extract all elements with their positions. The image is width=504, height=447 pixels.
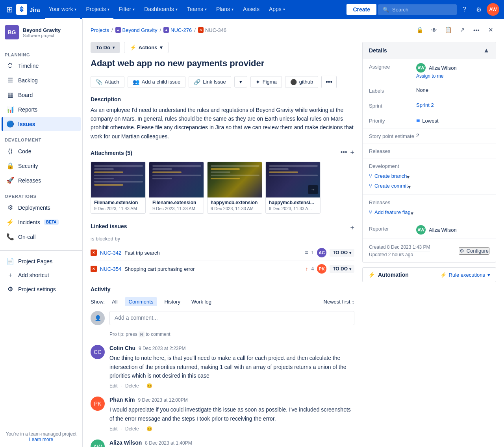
apps-grid-icon[interactable]: ⊞: [5, 3, 15, 16]
linked-status-1[interactable]: TO DO ▾: [330, 249, 354, 257]
github-button[interactable]: ⚫ github: [285, 76, 318, 88]
sidebar-item-project-pages[interactable]: 📄 Project Pages: [2, 254, 81, 268]
nav-dashboards[interactable]: Dashboards ▾: [140, 0, 182, 19]
figma-button[interactable]: ✦ Figma: [250, 76, 282, 88]
sidebar-item-releases[interactable]: 🚀 Releases: [2, 173, 81, 187]
details-panel: Details ▲ Assignee AW Aliza Wilson Assig…: [362, 42, 496, 263]
react-comment-2[interactable]: 😊: [146, 426, 152, 432]
lock-icon[interactable]: 🔒: [414, 24, 425, 35]
configure-button[interactable]: ⚙ Configure: [459, 247, 489, 255]
sidebar-item-project-settings[interactable]: ⚙ Project settings: [2, 282, 81, 296]
copy-icon[interactable]: 📋: [443, 24, 454, 35]
next-attachment-icon[interactable]: →: [308, 185, 318, 194]
expand-commit-icon[interactable]: ▾: [408, 184, 411, 190]
attachment-1[interactable]: Filename.extension 9 Dec 2023, 11:43 AM: [91, 162, 146, 214]
filter-worklog[interactable]: Work log: [187, 297, 215, 306]
filter-all[interactable]: All: [108, 297, 121, 306]
sprint-link[interactable]: Sprint 2: [416, 102, 434, 108]
nav-teams[interactable]: Teams ▾: [183, 0, 211, 19]
sidebar-item-timeline[interactable]: ⏱ Timeline: [2, 59, 81, 73]
sidebar-item-code[interactable]: ⟨⟩ Code: [2, 144, 81, 158]
project-settings-icon: ⚙: [6, 285, 14, 293]
user-avatar[interactable]: AW: [487, 3, 499, 16]
linked-issue-key-2[interactable]: NUC-354: [100, 266, 121, 272]
sidebar-item-deployments[interactable]: ⚙ Deployments: [2, 201, 81, 214]
sidebar-item-backlog[interactable]: ☰ Backlog: [2, 73, 81, 87]
github-icon: ⚫: [290, 79, 297, 85]
actions-button[interactable]: ⚡ Actions ▾: [124, 42, 169, 53]
labels-value[interactable]: None: [416, 87, 489, 93]
sidebar-item-board[interactable]: ▦ Board: [2, 88, 81, 102]
collapse-details-icon[interactable]: ▲: [483, 47, 489, 54]
nav-plans[interactable]: Plans ▾: [212, 0, 237, 19]
attachment-name-1: Filename.extension: [94, 200, 142, 205]
nav-assets[interactable]: Assets: [239, 0, 263, 19]
add-feature-flag-link[interactable]: ⑂ Add feature flag: [369, 209, 411, 215]
expand-flag-icon[interactable]: ▾: [411, 210, 413, 216]
learn-more-link[interactable]: Learn more: [29, 437, 53, 442]
status-button[interactable]: To Do ▾: [91, 42, 120, 53]
attachments-more-icon[interactable]: •••: [341, 149, 347, 157]
more-actions-button[interactable]: •••: [321, 76, 337, 88]
comment-input[interactable]: Add a comment...: [109, 311, 354, 325]
comment-avatar-3: AW: [91, 440, 105, 447]
expand-branch-icon[interactable]: ▾: [407, 174, 410, 180]
delete-comment-2[interactable]: Delete: [125, 426, 139, 432]
link-issue-button[interactable]: 🔗 Link Issue: [189, 76, 231, 88]
delete-comment-1[interactable]: Delete: [125, 383, 139, 389]
attach-button[interactable]: 📎 Attach: [91, 76, 124, 88]
sidebar-item-add-shortcut[interactable]: + Add shortcut: [2, 268, 81, 282]
sidebar-item-security[interactable]: 🔒 Security: [2, 159, 81, 173]
more-actions-expand[interactable]: ▾: [234, 76, 247, 88]
nav-filter[interactable]: Filter ▾: [115, 0, 139, 19]
filter-history[interactable]: History: [160, 297, 184, 306]
watch-icon[interactable]: 👁: [428, 24, 439, 35]
linked-issue-key-1[interactable]: NUC-342: [100, 250, 121, 256]
settings-button[interactable]: ⚙: [472, 3, 485, 16]
projects-breadcrumb[interactable]: Projects: [91, 27, 109, 33]
activity-sort[interactable]: Newest first ↕: [324, 299, 354, 305]
attachment-2[interactable]: Filename.extension 9 Dec 2023, 11:33 AM: [149, 162, 204, 214]
sidebar-item-on-call[interactable]: 📞 On-call: [2, 230, 81, 244]
attachment-3[interactable]: happymcb.extension 9 Dec 2023, 11:33 AM: [207, 162, 262, 214]
project-header[interactable]: BG Beyond Gravity Software project: [0, 19, 82, 46]
close-icon[interactable]: ✕: [485, 24, 496, 35]
parent-issue-breadcrumb[interactable]: ▲ NUC-276: [163, 27, 192, 33]
description-section: Description As an employee I'd need to u…: [91, 96, 354, 141]
filter-comments[interactable]: Comments: [125, 297, 158, 306]
jira-logo[interactable]: Jira: [16, 4, 40, 15]
search-bar[interactable]: 🔍 Search: [378, 4, 457, 15]
share-icon[interactable]: ↗: [457, 24, 468, 35]
create-button[interactable]: Create: [346, 4, 376, 15]
sidebar-item-reports[interactable]: 📊 Reports: [2, 102, 81, 116]
edit-comment-2[interactable]: Edit: [109, 426, 118, 432]
more-icon[interactable]: •••: [471, 24, 482, 35]
create-commit-link[interactable]: ⑂ Create commit: [369, 183, 408, 189]
react-comment-1[interactable]: 😊: [146, 383, 152, 389]
story-points-value[interactable]: 2: [416, 132, 489, 138]
create-branch-link[interactable]: ⑂ Create branch: [369, 173, 407, 179]
linked-status-2[interactable]: TO DO ▾: [330, 265, 354, 273]
sidebar-item-issues[interactable]: 🔵 Issues: [2, 117, 81, 131]
linked-meta-2: ↑ 4 PK TO DO ▾: [306, 264, 354, 274]
add-child-issue-button[interactable]: 👥 Add a child issue: [128, 76, 185, 88]
comment-author-1: Colin Chu: [109, 345, 135, 351]
nav-apps[interactable]: Apps ▾: [265, 0, 289, 19]
nav-projects[interactable]: Projects ▾: [82, 0, 113, 19]
rule-executions[interactable]: ⚡ Rule executions ▾: [440, 272, 491, 278]
linked-issue-row-2: ✕ NUC-354 Shopping cart purchasing error…: [91, 261, 354, 277]
sidebar-item-incidents[interactable]: ⚡ Incidents BETA: [2, 215, 81, 229]
help-button[interactable]: ?: [458, 3, 471, 16]
add-linked-issue-icon[interactable]: +: [350, 224, 354, 232]
add-attachment-icon[interactable]: +: [350, 149, 354, 157]
incidents-icon: ⚡: [6, 218, 14, 226]
attachment-4[interactable]: → happymcb.extensi... 9 Dec 2023, 11:33 …: [265, 162, 321, 214]
assign-to-me-link[interactable]: Assign to me: [416, 73, 489, 79]
project-breadcrumb[interactable]: ▲ Beyond Gravity: [115, 27, 158, 33]
comment-avatar-2: PK: [91, 397, 105, 411]
updated-timestamp: Updated 2 hours ago: [369, 251, 430, 257]
edit-comment-1[interactable]: Edit: [109, 383, 118, 389]
priority-row: Priority ≡ Lowest: [363, 113, 496, 129]
nav-your-work[interactable]: Your work ▾: [45, 0, 81, 19]
project-icon: BG: [5, 25, 19, 39]
